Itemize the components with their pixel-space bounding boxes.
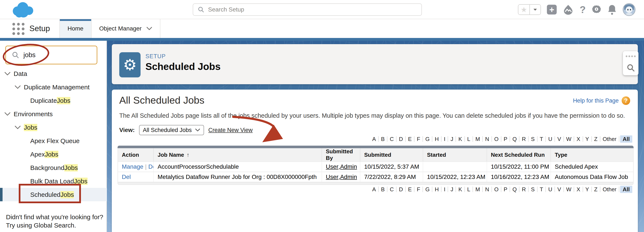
alphabet-filter-m[interactable]: M (473, 187, 483, 192)
more-actions-icon[interactable] (626, 56, 636, 57)
alphabet-filter-d[interactable]: D (396, 136, 406, 142)
alphabet-filter-m[interactable]: M (473, 136, 483, 142)
column-header-submitted-by[interactable]: Submitted By (322, 148, 360, 161)
alphabet-filter-i[interactable]: I (442, 187, 448, 192)
alphabet-filter-f[interactable]: F (414, 187, 423, 192)
alphabet-filter-a[interactable]: A (370, 136, 379, 142)
favorites-combo[interactable]: ★ (518, 4, 541, 15)
tab-object-manager[interactable]: Object Manager (92, 19, 160, 38)
alphabet-filter-p[interactable]: P (501, 187, 510, 192)
setup-gear-icon[interactable] (592, 5, 602, 15)
sidebar-item-jobs[interactable]: Jobs (0, 121, 107, 134)
alphabet-filter-x[interactable]: X (574, 136, 583, 142)
manage-link[interactable]: Manage (122, 163, 143, 170)
favorites-caret-icon[interactable] (530, 5, 540, 15)
alphabet-filter-k[interactable]: K (456, 136, 465, 142)
alphabet-filter-u[interactable]: U (546, 187, 555, 192)
alphabet-filter-t[interactable]: T (538, 187, 546, 192)
alphabet-filter-j[interactable]: J (448, 136, 456, 142)
alphabet-filter-other[interactable]: Other (600, 136, 619, 142)
favorites-star-icon[interactable]: ★ (518, 5, 530, 15)
help-link[interactable]: Help for this Page (573, 97, 619, 104)
alphabet-filter-p[interactable]: P (501, 136, 510, 142)
alphabet-filter-l[interactable]: L (465, 187, 473, 192)
chevron-down-icon[interactable] (4, 112, 11, 116)
column-header-job-name[interactable]: Job Name↑ (154, 148, 322, 161)
alphabet-filter-x[interactable]: X (574, 187, 583, 192)
app-launcher-icon[interactable] (12, 23, 24, 35)
sidebar-item-duplicate-management[interactable]: Duplicate Management (0, 80, 107, 94)
del-link[interactable]: Del (122, 174, 131, 180)
submitted-by-link[interactable]: User (326, 174, 338, 180)
alphabet-filter-all[interactable]: All (620, 186, 632, 193)
alphabet-filter-i[interactable]: I (442, 136, 448, 142)
alphabet-filter-r[interactable]: R (520, 187, 528, 192)
column-header-next-scheduled-run[interactable]: Next Scheduled Run (487, 148, 551, 161)
sidebar-item-apex-jobs[interactable]: Apex Jobs (0, 148, 107, 161)
alphabet-filter-n[interactable]: N (483, 136, 492, 142)
alphabet-filter-h[interactable]: H (432, 187, 442, 192)
sidebar-item-duplicate-jobs[interactable]: Duplicate Jobs (0, 94, 107, 107)
submitted-by-link[interactable]: Admin (340, 163, 357, 170)
alphabet-filter-a[interactable]: A (370, 187, 379, 192)
sidebar-item-data[interactable]: Data (0, 67, 107, 80)
alphabet-filter-q[interactable]: Q (510, 136, 520, 142)
column-header-started[interactable]: Started (423, 148, 487, 161)
column-header-submitted[interactable]: Submitted (360, 148, 423, 161)
plus-icon[interactable]: + (547, 5, 557, 15)
alphabet-filter-c[interactable]: C (388, 136, 396, 142)
alphabet-filter-g[interactable]: G (423, 136, 432, 142)
trailhead-icon[interactable] (563, 4, 574, 15)
alphabet-filter-e[interactable]: E (406, 136, 414, 142)
alphabet-filter-o[interactable]: O (492, 136, 501, 142)
alphabet-filter-g[interactable]: G (423, 187, 432, 192)
alphabet-filter-f[interactable]: F (414, 136, 423, 142)
sidebar-item-environments[interactable]: Environments (0, 107, 107, 121)
alphabet-filter-h[interactable]: H (432, 136, 442, 142)
alphabet-filter-w[interactable]: W (564, 136, 574, 142)
chevron-down-icon[interactable] (4, 72, 11, 76)
sidebar-item-scheduled-jobs[interactable]: Scheduled Jobs (0, 188, 107, 201)
alphabet-filter-o[interactable]: O (492, 187, 501, 192)
help-icon[interactable]: ? (580, 4, 586, 15)
column-header-type[interactable]: Type (551, 148, 634, 161)
column-header-action[interactable]: Action (118, 148, 154, 161)
view-select[interactable]: All Scheduled Jobs (139, 125, 204, 135)
chevron-down-icon[interactable] (14, 125, 21, 130)
alphabet-filter-r[interactable]: R (520, 136, 528, 142)
del-link[interactable]: Del (148, 163, 154, 170)
quick-find-input[interactable] (24, 51, 87, 59)
sidebar-item-apex-flex-queue[interactable]: Apex Flex Queue (0, 134, 107, 148)
help-question-icon[interactable]: ? (622, 96, 630, 105)
alphabet-filter-c[interactable]: C (388, 187, 396, 192)
quick-find-box[interactable] (5, 46, 97, 64)
alphabet-filter-y[interactable]: Y (583, 136, 592, 142)
alphabet-filter-b[interactable]: B (379, 187, 388, 192)
alphabet-filter-b[interactable]: B (379, 136, 388, 142)
global-search[interactable] (193, 4, 422, 16)
alphabet-filter-t[interactable]: T (538, 136, 546, 142)
alphabet-filter-z[interactable]: Z (592, 136, 600, 142)
chevron-down-icon[interactable] (14, 85, 21, 89)
create-new-view-link[interactable]: Create New View (208, 127, 252, 133)
submitted-by-link[interactable]: User (326, 163, 338, 170)
alphabet-filter-other[interactable]: Other (600, 187, 619, 192)
alphabet-filter-d[interactable]: D (396, 187, 406, 192)
search-icon[interactable] (627, 64, 635, 72)
submitted-by-link[interactable]: Admin (340, 174, 357, 180)
alphabet-filter-j[interactable]: J (448, 187, 456, 192)
alphabet-filter-s[interactable]: S (528, 187, 537, 192)
alphabet-filter-y[interactable]: Y (583, 187, 592, 192)
alphabet-filter-w[interactable]: W (564, 187, 574, 192)
alphabet-filter-z[interactable]: Z (592, 187, 600, 192)
tab-home[interactable]: Home (60, 19, 92, 38)
alphabet-filter-u[interactable]: U (546, 136, 555, 142)
alphabet-filter-v[interactable]: V (555, 187, 564, 192)
alphabet-filter-k[interactable]: K (456, 187, 465, 192)
alphabet-filter-all[interactable]: All (620, 135, 632, 143)
sidebar-item-background-jobs[interactable]: Background Jobs (0, 161, 107, 174)
alphabet-filter-l[interactable]: L (465, 136, 473, 142)
alphabet-filter-s[interactable]: S (528, 136, 537, 142)
alphabet-filter-v[interactable]: V (555, 136, 564, 142)
alphabet-filter-q[interactable]: Q (510, 187, 520, 192)
